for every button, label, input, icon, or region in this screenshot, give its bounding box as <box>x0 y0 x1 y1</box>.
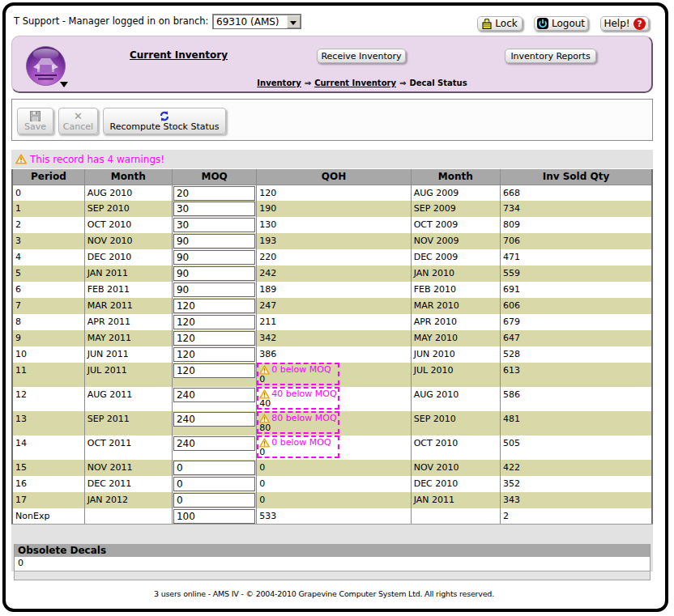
inventory-row: 3NOV 2010193NOV 2009706 <box>12 233 652 249</box>
cell-qoh: 0 <box>257 460 411 476</box>
cell-period: 16 <box>12 476 84 492</box>
cell-qoh: 0 <box>257 492 411 508</box>
cell-qoh: 80 below MOQ80 <box>257 411 411 435</box>
moq-input[interactable] <box>173 234 255 249</box>
help-button[interactable]: Help! ? <box>600 16 649 31</box>
inventory-row: 2OCT 2010130OCT 2009809 <box>12 217 652 233</box>
col-header-sold-month: Month <box>411 169 500 185</box>
inventory-row: 8APR 2011211APR 2010679 <box>12 314 652 330</box>
cell-qoh: 120 <box>257 185 411 201</box>
moq-input[interactable] <box>173 331 255 346</box>
cell-inv-sold-qty: 613 <box>500 363 652 387</box>
cell-month: JUL 2011 <box>84 363 172 387</box>
obsolete-decals-value: 0 <box>15 557 650 571</box>
nav-inventory-reports-button[interactable]: Inventory Reports <box>505 49 596 63</box>
inventory-row: 0AUG 2010120AUG 2009668 <box>12 185 652 201</box>
cell-moq <box>172 330 256 346</box>
recompute-button-label: Recompute Stock Status <box>110 121 220 132</box>
cell-inv-sold-qty: 481 <box>500 411 652 435</box>
cell-month: OCT 2011 <box>84 435 172 460</box>
qoh-warning-box: 80 below MOQ80 <box>257 411 339 434</box>
cell-period: 12 <box>12 387 84 411</box>
warning-triangle-icon <box>15 154 27 164</box>
moq-input[interactable] <box>173 412 255 427</box>
moq-input[interactable] <box>173 218 255 232</box>
cell-sold-month: SEP 2009 <box>411 201 500 217</box>
moq-input[interactable] <box>173 509 255 524</box>
cell-inv-sold-qty: 422 <box>500 460 652 476</box>
moq-input[interactable] <box>173 477 255 491</box>
nav-receive-inventory-button[interactable]: Receive Inventory <box>317 49 406 63</box>
cell-sold-month: JUN 2010 <box>411 346 500 363</box>
cancel-button[interactable]: ✕ Cancel <box>58 108 98 134</box>
branch-select[interactable]: 69310 (AMS) <box>212 14 301 29</box>
cell-sold-month: JAN 2011 <box>411 492 500 508</box>
cell-moq <box>172 282 256 298</box>
cell-inv-sold-qty: 528 <box>500 346 652 363</box>
save-button[interactable]: Save <box>17 108 53 134</box>
breadcrumb: Inventory⇒Current Inventory⇒Decal Status <box>12 79 651 87</box>
cell-qoh: 0 <box>257 476 411 492</box>
cell-inv-sold-qty: 586 <box>500 387 652 411</box>
module-header-band: Current Inventory Receive Inventory Inve… <box>11 36 653 93</box>
cell-sold-month: JAN 2010 <box>411 266 500 282</box>
cell-sold-month: OCT 2010 <box>411 435 500 460</box>
moq-input[interactable] <box>173 388 255 402</box>
cell-period: 5 <box>12 266 84 282</box>
breadcrumb-current-inventory-link[interactable]: Current Inventory <box>314 79 396 87</box>
cell-qoh: 189 <box>257 282 411 298</box>
moq-input[interactable] <box>173 461 255 475</box>
logged-in-label: T Support - Manager logged in on branch: <box>14 15 209 27</box>
cell-inv-sold-qty: 2 <box>500 508 652 525</box>
moq-input[interactable] <box>173 250 255 265</box>
moq-input[interactable] <box>173 347 255 362</box>
cell-month: JAN 2011 <box>84 266 172 282</box>
select-dropdown-arrow-icon[interactable] <box>287 15 301 28</box>
obsolete-decals-section: Obsolete Decals 0 <box>11 525 653 571</box>
qoh-warning-text: 0 below MOQ <box>271 365 331 375</box>
moq-input[interactable] <box>173 436 255 451</box>
moq-input[interactable] <box>173 493 255 508</box>
cell-moq <box>172 346 256 363</box>
moq-input[interactable] <box>173 363 255 378</box>
cell-moq <box>172 249 256 266</box>
svg-text:?: ? <box>637 19 642 28</box>
qoh-warning-box: 40 below MOQ40 <box>257 387 339 410</box>
cell-qoh: 0 below MOQ0 <box>257 363 411 387</box>
cell-moq <box>172 492 256 508</box>
cell-inv-sold-qty: 343 <box>500 492 652 508</box>
cell-sold-month: APR 2010 <box>411 314 500 330</box>
cell-inv-sold-qty: 691 <box>500 282 652 298</box>
cell-period: 17 <box>12 492 84 508</box>
cell-month: JAN 2012 <box>84 492 172 508</box>
cell-inv-sold-qty: 706 <box>500 233 652 249</box>
obsolete-decals-title: Obsolete Decals <box>15 544 650 557</box>
cell-period: 0 <box>12 185 84 201</box>
moq-input[interactable] <box>173 266 255 281</box>
qoh-warning-text: 0 below MOQ <box>271 438 331 448</box>
cell-qoh: 247 <box>257 298 411 314</box>
qoh-value: 40 <box>259 399 337 408</box>
cell-qoh: 190 <box>257 201 411 217</box>
recompute-stock-status-button[interactable]: Recompute Stock Status <box>103 108 226 134</box>
nav-current-inventory-link[interactable]: Current Inventory <box>130 49 228 61</box>
cell-inv-sold-qty: 471 <box>500 249 652 266</box>
cell-moq <box>172 476 256 492</box>
moq-input[interactable] <box>173 315 255 329</box>
logout-button[interactable]: Logout <box>534 16 588 31</box>
cell-period: 9 <box>12 330 84 346</box>
cell-period: 15 <box>12 460 84 476</box>
cell-month: MAY 2011 <box>84 330 172 346</box>
breadcrumb-separator: ⇒ <box>396 79 409 87</box>
breadcrumb-inventory-link[interactable]: Inventory <box>257 79 301 87</box>
cell-sold-month: AUG 2009 <box>411 185 500 201</box>
moq-input[interactable] <box>173 202 255 216</box>
obsolete-decals-table: Obsolete Decals 0 <box>14 544 651 571</box>
moq-input[interactable] <box>173 283 255 297</box>
branch-select-value: 69310 (AMS) <box>216 16 279 28</box>
lock-button[interactable]: Lock <box>477 16 523 31</box>
cell-inv-sold-qty: 809 <box>500 217 652 233</box>
moq-input[interactable] <box>173 186 255 201</box>
moq-input[interactable] <box>173 299 255 313</box>
cell-month: OCT 2010 <box>84 217 172 233</box>
